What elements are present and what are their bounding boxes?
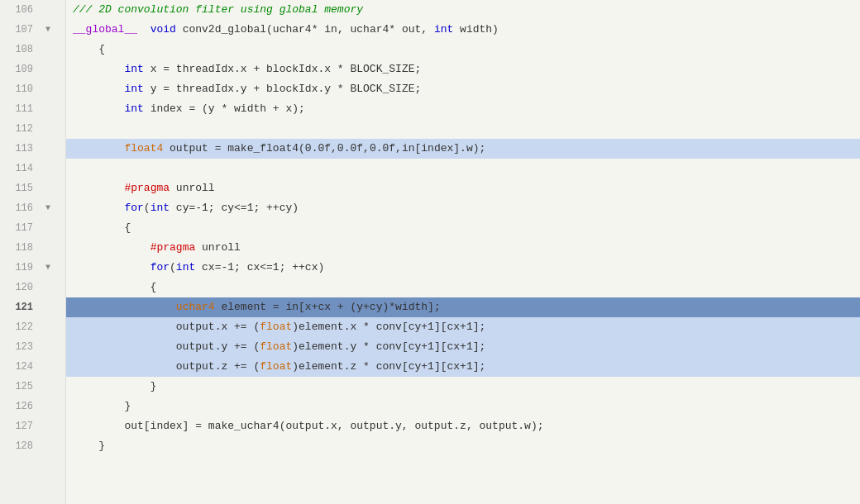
code-line: out[index] = make_uchar4(output.x, outpu… <box>66 416 860 436</box>
token-plain: output = make_float4(0.0f,0.0f,0.0f,in[i… <box>163 140 485 157</box>
line-number: 115 <box>0 181 41 197</box>
token-plain: )element.z * conv[cy+1][cx+1]; <box>292 359 485 375</box>
token-kw-cast: float <box>260 359 292 375</box>
token-plain: cy=-1; cy<=1; ++cy) <box>170 200 299 216</box>
line-number: 120 <box>0 280 41 296</box>
token-plain <box>73 180 124 197</box>
code-line: int index = (y * width + x); <box>66 99 860 119</box>
line-gutter-row: 113 <box>0 139 65 159</box>
line-number: 128 <box>0 439 41 454</box>
fold-arrow[interactable]: ▼ <box>41 261 55 274</box>
token-plain: } <box>73 378 156 395</box>
code-line: } <box>66 436 860 456</box>
line-number: 124 <box>0 359 41 375</box>
token-plain: } <box>73 398 131 415</box>
line-number: 106 <box>0 2 41 18</box>
token-kw-type-uchar: uchar4 <box>176 299 215 316</box>
line-number: 111 <box>0 102 41 117</box>
code-area[interactable]: /// 2D convolution filter using global m… <box>66 0 860 504</box>
code-line: output.y += (float)element.y * conv[cy+1… <box>66 337 860 357</box>
line-number: 123 <box>0 340 41 355</box>
line-gutter-row: 128 <box>0 436 65 456</box>
line-gutter-row: 107▼ <box>0 20 65 40</box>
line-gutter-row: 121 <box>0 297 65 317</box>
code-line: { <box>66 40 860 59</box>
token-plain: { <box>73 41 105 58</box>
code-line: { <box>66 278 860 297</box>
line-gutter-row: 118 <box>0 238 65 258</box>
line-number: 118 <box>0 240 41 256</box>
line-gutter-row: 125 <box>0 377 65 397</box>
code-line: { <box>66 218 860 238</box>
line-gutter-row: 116▼ <box>0 198 65 218</box>
line-gutter-row: 115 <box>0 178 65 198</box>
code-line: for(int cy=-1; cy<=1; ++cy) <box>66 198 860 218</box>
token-kw-int-keyword: int <box>434 21 453 38</box>
line-number: 116 <box>0 201 41 216</box>
line-number: 112 <box>0 121 41 137</box>
token-kw-int-keyword: int <box>124 101 143 117</box>
token-kw-comment: /// 2D convolution filter using global m… <box>73 2 363 18</box>
code-line: #pragma unroll <box>66 238 860 258</box>
token-kw-pragma: #pragma <box>124 180 170 197</box>
token-kw-cast: float <box>260 339 292 355</box>
fold-arrow[interactable]: ▼ <box>41 23 55 36</box>
line-number: 126 <box>0 399 41 415</box>
token-kw-int-keyword: int <box>124 81 143 97</box>
line-gutter-row: 114 <box>0 159 65 178</box>
line-number-gutter: 106107▼108109110111112113114115116▼11711… <box>0 0 66 504</box>
line-number: 122 <box>0 320 41 335</box>
token-plain: output.y += ( <box>73 339 260 355</box>
token-kw-global: __global__ <box>73 21 137 38</box>
token-kw-int-keyword: int <box>150 200 170 216</box>
token-plain: output.x += ( <box>73 319 260 335</box>
code-line <box>66 159 860 178</box>
token-plain: out[index] = make_uchar4(output.x, outpu… <box>73 418 544 435</box>
code-line: /// 2D convolution filter using global m… <box>66 0 860 20</box>
token-plain: element = in[x+cx + (y+cy)*width]; <box>215 299 441 316</box>
token-plain <box>73 240 150 256</box>
token-plain: x = threadIdx.x + blockIdx.x * BLOCK_SIZ… <box>144 61 421 78</box>
line-gutter-row: 123 <box>0 337 65 357</box>
token-plain: { <box>73 279 156 296</box>
token-plain: y = threadIdx.y + blockIdx.y * BLOCK_SIZ… <box>144 81 421 97</box>
token-plain: width) <box>453 21 499 38</box>
line-number: 127 <box>0 419 41 435</box>
code-line: } <box>66 377 860 397</box>
token-plain: ( <box>170 259 176 276</box>
line-gutter-row: 108 <box>0 40 65 59</box>
code-line <box>66 119 860 139</box>
token-plain: output.z += ( <box>73 359 260 375</box>
token-plain: ( <box>144 200 150 216</box>
line-number: 121 <box>0 300 41 316</box>
line-gutter-row: 112 <box>0 119 65 139</box>
token-kw-float-keyword: float4 <box>124 140 163 157</box>
code-line: output.x += (float)element.x * conv[cy+1… <box>66 317 860 337</box>
token-plain <box>137 21 150 38</box>
token-kw-for: for <box>124 200 143 216</box>
line-number: 114 <box>0 161 41 177</box>
code-line: for(int cx=-1; cx<=1; ++cx) <box>66 258 860 278</box>
line-gutter-row: 127 <box>0 416 65 436</box>
code-line: } <box>66 397 860 416</box>
token-plain: } <box>73 438 105 454</box>
token-plain: cx=-1; cx<=1; ++cx) <box>195 259 324 276</box>
token-kw-void: void <box>150 21 176 38</box>
line-gutter-row: 122 <box>0 317 65 337</box>
token-plain: conv2d_global(uchar4* in, uchar4* out, <box>176 21 434 38</box>
token-plain: index = (y * width + x); <box>144 101 305 117</box>
token-plain <box>73 61 124 78</box>
code-line: output.z += (float)element.z * conv[cy+1… <box>66 357 860 377</box>
line-gutter-row: 109 <box>0 59 65 79</box>
line-number: 109 <box>0 62 41 78</box>
line-gutter-row: 117 <box>0 218 65 238</box>
token-kw-int-keyword: int <box>124 61 143 78</box>
line-number: 125 <box>0 379 41 395</box>
token-plain <box>73 200 124 216</box>
token-plain: unroll <box>195 240 241 256</box>
line-number: 107 <box>0 22 41 38</box>
code-line: #pragma unroll <box>66 178 860 198</box>
token-plain <box>73 259 150 276</box>
line-gutter-row: 120 <box>0 278 65 297</box>
fold-arrow[interactable]: ▼ <box>41 202 55 215</box>
